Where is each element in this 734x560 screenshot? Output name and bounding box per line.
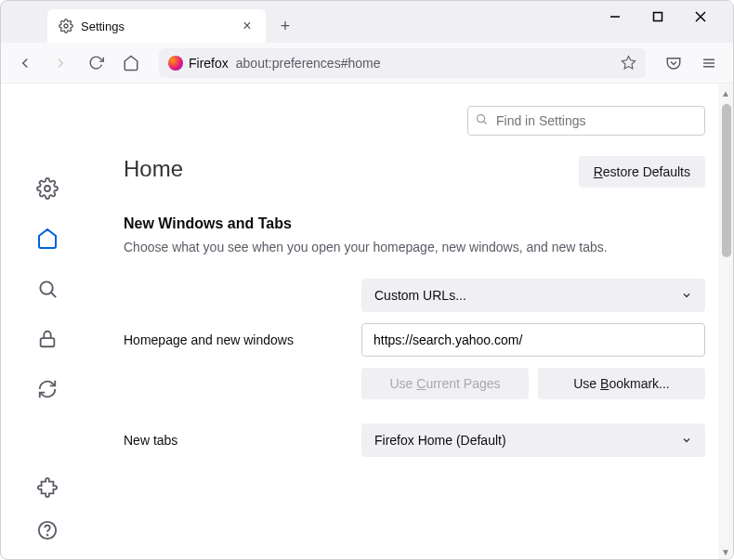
chevron-down-icon — [681, 290, 692, 301]
homepage-url-input[interactable] — [361, 323, 705, 357]
window-controls — [601, 1, 726, 33]
sidebar-home-icon[interactable] — [35, 227, 59, 251]
svg-rect-12 — [41, 338, 55, 346]
vertical-scrollbar[interactable]: ▲ ▼ — [718, 84, 733, 560]
svg-point-0 — [64, 24, 68, 28]
scroll-down-icon[interactable]: ▼ — [718, 544, 733, 559]
sidebar-general-icon[interactable] — [35, 176, 59, 201]
settings-search-input[interactable] — [467, 106, 705, 136]
section-heading: New Windows and Tabs — [124, 215, 705, 232]
window-titlebar: Settings × + — [1, 1, 733, 43]
settings-main-panel: Home Restore Defaults New Windows and Ta… — [94, 84, 733, 560]
search-icon — [475, 112, 489, 126]
svg-line-11 — [51, 293, 56, 297]
identity-label: Firefox — [189, 56, 229, 71]
sidebar-search-icon[interactable] — [35, 277, 59, 301]
url-bar[interactable]: Firefox about:preferences#home — [159, 48, 646, 78]
scrollbar-thumb[interactable] — [722, 104, 731, 257]
use-bookmark-button[interactable]: Use Bookmark... — [538, 368, 705, 399]
url-text: about:preferences#home — [236, 56, 381, 71]
dropdown-value: Firefox Home (Default) — [374, 433, 506, 448]
close-tab-icon[interactable]: × — [240, 19, 255, 33]
settings-sidebar — [1, 84, 94, 560]
newtabs-label: New tabs — [124, 433, 350, 448]
restore-defaults-button[interactable]: Restore Defaults — [579, 156, 705, 188]
tab-title: Settings — [81, 20, 232, 33]
minimize-button[interactable] — [601, 3, 629, 31]
sidebar-privacy-icon[interactable] — [35, 327, 59, 351]
newtabs-mode-dropdown[interactable]: Firefox Home (Default) — [361, 423, 705, 457]
homepage-mode-dropdown[interactable]: Custom URLs... — [361, 279, 705, 312]
bookmark-star-icon[interactable] — [621, 55, 636, 71]
svg-point-9 — [45, 186, 50, 191]
close-window-button[interactable] — [687, 3, 714, 31]
sidebar-sync-icon[interactable] — [35, 377, 59, 401]
sidebar-extensions-icon[interactable] — [35, 475, 59, 500]
firefox-icon — [168, 56, 183, 71]
gear-icon — [59, 19, 73, 33]
homepage-label: Homepage and new windows — [124, 332, 350, 347]
navigation-toolbar: Firefox about:preferences#home — [1, 43, 733, 84]
dropdown-value: Custom URLs... — [374, 288, 466, 303]
forward-button[interactable] — [46, 48, 75, 78]
sidebar-help-icon[interactable] — [35, 518, 59, 542]
back-button[interactable] — [10, 48, 40, 78]
svg-rect-2 — [654, 13, 662, 21]
pocket-icon[interactable] — [659, 48, 688, 78]
app-menu-icon[interactable] — [694, 48, 724, 78]
maximize-button[interactable] — [644, 3, 672, 31]
section-description: Choose what you see when you open your h… — [124, 240, 705, 254]
svg-line-16 — [483, 121, 486, 124]
home-button[interactable] — [116, 48, 146, 78]
reload-button[interactable] — [81, 48, 111, 78]
svg-marker-5 — [622, 56, 635, 68]
chevron-down-icon — [681, 435, 692, 446]
svg-point-14 — [47, 535, 48, 536]
identity-box[interactable]: Firefox — [168, 56, 229, 71]
use-current-pages-button[interactable]: Use Current Pages — [361, 368, 529, 399]
svg-point-10 — [40, 281, 52, 293]
new-tab-button[interactable]: + — [271, 12, 299, 40]
scroll-up-icon[interactable]: ▲ — [718, 85, 733, 100]
browser-tab[interactable]: Settings × — [47, 9, 266, 43]
